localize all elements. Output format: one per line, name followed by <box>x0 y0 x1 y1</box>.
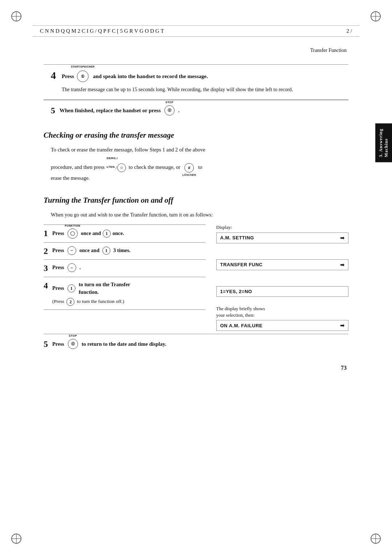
display-text-3: 1=YES, 2=NO <box>220 289 252 294</box>
step4-number: 4 <box>51 70 57 81</box>
stop-button-5a[interactable]: STOP ⓪ <box>164 105 175 116</box>
step1-press: Press <box>52 230 64 238</box>
stop-label-5a: STOP <box>166 101 173 104</box>
step4-box: 4 Press START/SPEICHER ① and speak into … <box>44 64 348 100</box>
step3-row: 3 Press − . <box>44 259 205 276</box>
step2-row: 2 Press − once and 1 3 times. <box>44 242 205 259</box>
step4-main-instruction: and speak into the handset to record the… <box>93 73 208 80</box>
step4-body: The transfer message can be up to 15 sec… <box>62 86 341 94</box>
step2-main: Press − once and 1 3 times. <box>52 246 205 255</box>
step4-sub: (Press 2 to turn the function off.) <box>52 298 205 306</box>
step5-bottom-row: 5 Press STOP ⓪ to return to the date and… <box>44 334 348 354</box>
section1-body3: to check the message, or <box>129 164 180 170</box>
step1-main: Press FUNKTION once and 1 once. <box>52 228 205 239</box>
display-arrow-4: ➡ <box>340 323 344 328</box>
page-title: Transfer Function <box>44 48 348 53</box>
section1-body: To check or erase the transfer message, … <box>44 146 348 182</box>
step5a-number: 5 <box>51 106 57 115</box>
display-box-3: 1=YES, 2=NO <box>216 286 349 297</box>
derg-circle-button[interactable]: ○ <box>117 163 126 172</box>
section2-intro: When you go out and wish to use the Tran… <box>44 211 348 219</box>
derg-label: DERG./ <box>107 157 118 160</box>
display-note-4: The display briefly showsyour selection,… <box>216 305 349 319</box>
step4-transfer-text: to turn on the Transferfunction. <box>79 281 130 297</box>
lten-label: LTEN <box>107 165 115 169</box>
section1-heading: Checking or erasing the transfer message <box>44 131 348 140</box>
num2-button-4[interactable]: 2 <box>66 298 74 306</box>
display-box-4: ON A.M. FAILURE ➡ <box>216 320 349 331</box>
stop-button-5b[interactable]: STOP ⓪ <box>68 339 78 349</box>
loschen-label: LÖSCHEN <box>182 173 196 177</box>
steps-column: 1 Press FUNKTION once and 1 <box>44 224 213 334</box>
step2-times: 3 times. <box>113 247 131 255</box>
step2-number: 2 <box>44 246 50 256</box>
display-text-2: TRANSFER FUNC <box>220 262 263 267</box>
svg-point-12 <box>70 231 74 235</box>
stop-label-5b: STOP <box>69 334 77 337</box>
step5-bottom-end: to return to the date and time display. <box>82 341 166 347</box>
header-bar: C N N D Q Q M 2 C I G / Q P F C [ 5 G R … <box>33 25 359 37</box>
num1-button-1[interactable]: 1 <box>103 230 111 238</box>
header-right: 2 / <box>347 28 352 34</box>
display-arrow-2: ➡ <box>340 262 344 268</box>
step3-main: Press − . <box>52 263 205 272</box>
step5-bottom-number: 5 <box>44 339 50 349</box>
step4-row-press: Press <box>52 284 64 292</box>
step3-press: Press <box>52 264 64 272</box>
display-arrow-1: ➡ <box>340 235 344 241</box>
step3-number: 3 <box>44 263 50 273</box>
steps-with-display: 1 Press FUNKTION once and 1 <box>44 224 348 334</box>
header-left: C N N D Q Q M 2 C I G / Q P F C [ 5 G R … <box>40 28 164 34</box>
step2-press: Press <box>52 247 64 255</box>
display-column: Display: A.M. SETTING ➡ TRANSFER FUNC ➡ <box>213 224 349 334</box>
step5a-text: When finished, replace the handset or pr… <box>60 108 161 114</box>
section1-body4: to <box>198 164 202 170</box>
step1-number: 1 <box>44 228 50 238</box>
start-speicher-button[interactable]: START/SPEICHER ① <box>77 70 89 82</box>
step5-bottom-press: Press <box>52 341 64 347</box>
section1-body1: To check or erase the transfer message, … <box>51 147 205 153</box>
display-box-1: A.M. SETTING ➡ <box>216 232 349 243</box>
derg-lten-slash: / <box>115 165 117 170</box>
section1-erase: erase the message. <box>51 174 90 183</box>
step4-main-text: Press START/SPEICHER ① and speak into th… <box>62 70 341 82</box>
display-text-4: ON A.M. FAILURE <box>220 323 263 328</box>
funktion-label: FUNKTION <box>65 224 80 228</box>
step5a-row: 5 When finished, replace the handset or … <box>44 100 348 121</box>
step4-row-number: 4 <box>44 281 50 290</box>
display-label: Display: <box>216 224 349 230</box>
step1-row: 1 Press FUNKTION once and 1 <box>44 224 205 242</box>
section1-body2: procedure, and then press DERG./ LTEN /○… <box>51 164 202 170</box>
step2-once-and: once and <box>79 247 99 255</box>
minus-button-2[interactable]: − <box>68 246 76 255</box>
start-speicher-label: START/SPEICHER <box>71 65 95 68</box>
step1-once: once. <box>113 230 124 238</box>
section2-heading: Turning the Transfer function on and off <box>44 196 348 205</box>
step5a-end: . <box>178 108 180 114</box>
display-text-1: A.M. SETTING <box>220 235 254 240</box>
minus-button-3[interactable]: − <box>68 263 76 272</box>
hash-button[interactable]: # LÖSCHEN <box>184 163 194 173</box>
step3-dot: . <box>79 264 81 272</box>
step4-row: 4 Press 1 to turn on the Transferfunctio… <box>44 277 205 310</box>
display-box-2: TRANSFER FUNC ➡ <box>216 259 349 270</box>
page-number: 73 <box>44 365 348 371</box>
step4-press-label: Press <box>62 73 74 80</box>
funktion-button-1[interactable]: FUNKTION <box>68 228 78 239</box>
num1-button-2[interactable]: 1 <box>102 247 110 255</box>
step4-row-main: Press 1 to turn on the Transferfunction. <box>52 281 205 297</box>
num1-button-4[interactable]: 1 <box>68 284 75 292</box>
step1-once-and: once and <box>81 230 101 238</box>
